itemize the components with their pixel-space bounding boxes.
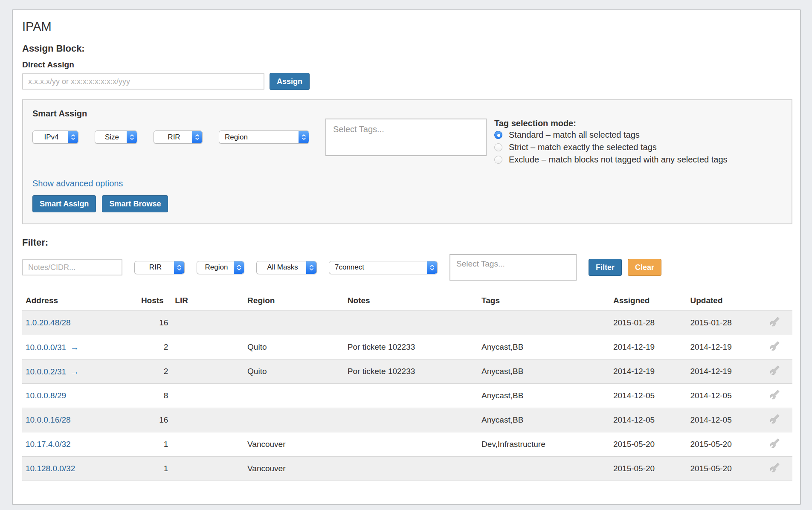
tag-mode-option-standard[interactable]: Standard – match all selected tags (494, 129, 730, 141)
lir-cell (171, 384, 244, 408)
tag-mode-option-label: Strict – match exactly the selected tags (509, 142, 657, 152)
filter-lir-select[interactable]: 7connect (329, 261, 438, 274)
wrench-icon[interactable] (770, 414, 780, 424)
notes-cell: Por tickete 102233 (344, 359, 478, 384)
filter-rir-select-value: RIR (135, 263, 174, 272)
column-header-address: Address (22, 293, 138, 311)
smart-rir-select[interactable]: RIR (154, 130, 203, 144)
select-caret-icon (127, 131, 137, 143)
lir-cell (171, 457, 244, 481)
smart-assign-selects: IPv4 Size RIR (32, 130, 309, 144)
assigned-cell: 2015-01-28 (610, 311, 687, 335)
ipam-panel: IPAM Assign Block: Direct Assign Assign … (12, 9, 801, 505)
tags-cell: Anycast,BB (478, 335, 610, 359)
assign-button[interactable]: Assign (270, 73, 310, 90)
blocks-table-body: 1.0.20.48/28 16 2015-01-28 2015-01-28 10… (22, 311, 792, 481)
notes-cell (344, 432, 478, 457)
assigned-cell: 2014-12-05 (610, 384, 687, 408)
smart-region-select[interactable]: Region (219, 130, 309, 144)
wrench-icon[interactable] (770, 390, 780, 400)
column-header-actions (757, 293, 792, 311)
radio-strict[interactable] (494, 143, 502, 151)
assigned-cell: 2014-12-05 (610, 408, 687, 432)
address-link[interactable]: 10.17.4.0/32 (26, 440, 71, 449)
wrench-icon[interactable] (770, 438, 780, 448)
radio-exclude[interactable] (494, 156, 502, 164)
wrench-icon[interactable] (770, 365, 780, 375)
table-row: 10.0.0.0/31→ 2 Quito Por tickete 102233 … (22, 335, 792, 359)
wrench-icon[interactable] (770, 463, 780, 472)
direct-assign-label: Direct Assign (22, 60, 792, 70)
smart-assign-panel: Smart Assign IPv4 Size RIR (22, 99, 792, 224)
hosts-cell: 2 (138, 335, 171, 359)
filter-notes-input[interactable] (22, 259, 122, 275)
hosts-cell: 1 (138, 432, 171, 457)
address-link[interactable]: 10.0.0.0/31 (26, 343, 66, 352)
region-cell (244, 384, 344, 408)
region-cell: Quito (244, 359, 344, 384)
updated-cell: 2015-05-20 (687, 457, 757, 481)
radio-standard[interactable] (494, 131, 502, 139)
filter-region-select[interactable]: Region (197, 261, 244, 274)
actions-cell (757, 359, 792, 384)
address-link[interactable]: 10.128.0.0/32 (26, 464, 75, 473)
select-caret-icon (174, 261, 184, 274)
tags-cell (478, 311, 610, 335)
updated-cell: 2014-12-05 (687, 408, 757, 432)
smart-rir-select-value: RIR (154, 133, 192, 142)
address-cell: 10.0.0.2/31→ (22, 359, 138, 384)
smart-tags-input[interactable]: Select Tags... (325, 119, 487, 156)
address-link[interactable]: 1.0.20.48/28 (26, 318, 71, 327)
direct-assign-input[interactable] (22, 73, 264, 90)
filter-masks-select[interactable]: All Masks (256, 261, 317, 274)
address-link[interactable]: 10.0.0.2/31 (26, 367, 66, 376)
region-cell (244, 408, 344, 432)
filter-row: RIR Region All Masks 7connect Select Tag… (22, 254, 792, 281)
tag-mode-heading: Tag selection mode: (494, 118, 730, 129)
lir-cell (171, 311, 244, 335)
actions-cell (757, 408, 792, 432)
filter-masks-select-value: All Masks (257, 263, 306, 272)
table-row: 10.0.0.2/31→ 2 Quito Por tickete 102233 … (22, 359, 792, 384)
column-header-updated: Updated (687, 293, 757, 311)
smart-afi-select[interactable]: IPv4 (32, 130, 78, 144)
tags-cell (478, 457, 610, 481)
address-cell: 10.0.0.0/31→ (22, 335, 138, 359)
notes-cell: Por tickete 102233 (344, 335, 478, 359)
filter-rir-select[interactable]: RIR (134, 261, 185, 274)
region-cell: Quito (244, 335, 344, 359)
hosts-cell: 16 (138, 311, 171, 335)
filter-tags-input[interactable]: Select Tags... (450, 254, 577, 281)
wrench-icon[interactable] (770, 317, 780, 327)
smart-assign-button[interactable]: Smart Assign (32, 195, 96, 212)
drill-down-arrow-icon[interactable]: → (70, 367, 79, 376)
filter-lir-select-value: 7connect (329, 263, 427, 272)
updated-cell: 2014-12-05 (687, 384, 757, 408)
table-row: 10.17.4.0/32 1 Vancouver Dev,Infrastruct… (22, 432, 792, 457)
show-advanced-options-link[interactable]: Show advanced options (32, 179, 123, 188)
smart-browse-button[interactable]: Smart Browse (102, 195, 168, 212)
address-link[interactable]: 10.0.0.8/29 (26, 391, 66, 400)
tag-mode-option-exclude[interactable]: Exclude – match blocks not tagged with a… (494, 154, 730, 166)
actions-cell (757, 457, 792, 481)
address-link[interactable]: 10.0.0.16/28 (26, 415, 71, 424)
tags-cell: Dev,Infrastructure (478, 432, 610, 457)
address-cell: 1.0.20.48/28 (22, 311, 138, 335)
column-header-assigned: Assigned (610, 293, 687, 311)
smart-size-select[interactable]: Size (95, 130, 137, 144)
tag-mode-option-label: Exclude – match blocks not tagged with a… (509, 155, 728, 164)
smart-afi-select-value: IPv4 (33, 133, 68, 142)
filter-button[interactable]: Filter (589, 259, 622, 276)
clear-button[interactable]: Clear (628, 259, 661, 276)
hosts-cell: 1 (138, 457, 171, 481)
select-caret-icon (427, 261, 437, 274)
tag-mode-option-strict[interactable]: Strict – match exactly the selected tags (494, 141, 730, 154)
wrench-icon[interactable] (770, 341, 780, 351)
blocks-table: Address Hosts LIR Region Notes Tags Assi… (22, 293, 792, 481)
tags-cell: Anycast,BB (478, 408, 610, 432)
drill-down-arrow-icon[interactable]: → (70, 342, 79, 352)
assign-block-heading: Assign Block: (22, 43, 792, 54)
hosts-cell: 8 (138, 384, 171, 408)
address-cell: 10.0.0.16/28 (22, 408, 138, 432)
region-cell (244, 311, 344, 335)
